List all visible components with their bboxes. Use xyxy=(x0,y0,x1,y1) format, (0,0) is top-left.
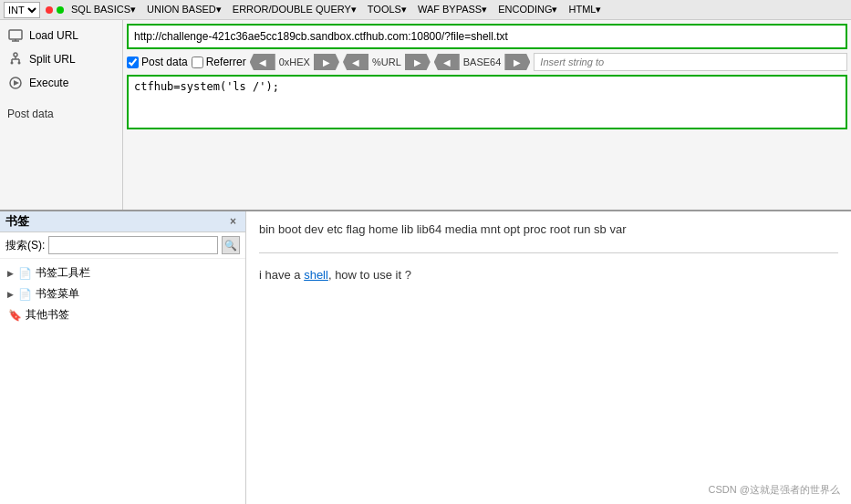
url-encode-label: %URL xyxy=(372,57,401,67)
base64-left-arrow-btn[interactable]: ◀ xyxy=(434,54,460,70)
split-url-item[interactable]: Split URL xyxy=(0,47,122,71)
menu-encoding[interactable]: ENCODING▾ xyxy=(493,2,563,17)
url-left-arrow-btn[interactable]: ◀ xyxy=(343,54,368,70)
post-data-textarea[interactable]: ctfhub=system('ls /'); xyxy=(127,75,847,129)
execute-item[interactable]: Execute xyxy=(0,71,122,95)
hex-left-arrow-btn[interactable]: ◀ xyxy=(250,54,275,70)
tool-content: Post data Referrer ◀ 0xHEX ▶ ◀ %URL ▶ ◀ … xyxy=(123,20,851,210)
menubar: INT SQL BASICS▾ UNION BASED▾ ERROR/DOUBL… xyxy=(0,0,851,20)
bookmark-other-label: 其他书签 xyxy=(26,307,69,323)
shell-message: i have a shell, how to use it ? xyxy=(259,266,838,285)
message-prefix: i have a xyxy=(259,268,304,282)
menu-union-based[interactable]: UNION BASED▾ xyxy=(141,2,227,17)
menu-tools[interactable]: TOOLS▾ xyxy=(362,2,412,17)
expand-arrow-icon: ▶ xyxy=(7,269,14,278)
bookmark-other-icon: 🔖 xyxy=(7,308,22,323)
search-label: 搜索(S): xyxy=(5,238,45,253)
bottom-area: 书签 × 搜索(S): 🔍 ▶ 📄 书签工具栏 ▶ 📄 书签菜单 🔖 其他书签 xyxy=(0,211,851,504)
load-url-label: Load URL xyxy=(29,29,78,42)
bookmark-tree: ▶ 📄 书签工具栏 ▶ 📄 书签菜单 🔖 其他书签 xyxy=(0,259,245,504)
watermark: CSDN @这就是强者的世界么 xyxy=(709,483,840,497)
bookmarks-panel: 书签 × 搜索(S): 🔍 ▶ 📄 书签工具栏 ▶ 📄 书签菜单 🔖 其他书签 xyxy=(0,211,246,504)
content-panel: bin boot dev etc flag home lib lib64 med… xyxy=(246,211,851,504)
int-select-group[interactable]: INT xyxy=(4,2,40,18)
search-row: 搜索(S): 🔍 xyxy=(0,232,245,259)
url-input-row xyxy=(127,24,847,49)
url-input[interactable] xyxy=(127,24,847,49)
hex-encode-label: 0xHEX xyxy=(279,57,310,67)
post-data-row: ctfhub=system('ls /'); xyxy=(127,75,847,129)
list-item[interactable]: 🔖 其他书签 xyxy=(0,304,245,325)
search-input[interactable] xyxy=(48,236,218,254)
bookmarks-close-btn[interactable]: × xyxy=(226,215,240,228)
int-select[interactable]: INT xyxy=(4,2,40,18)
menu-waf-bypass[interactable]: WAF BYPASS▾ xyxy=(412,2,493,17)
split-url-icon xyxy=(7,51,24,67)
menu-error-double-query[interactable]: ERROR/DOUBLE QUERY▾ xyxy=(227,2,362,17)
menu-html[interactable]: HTML▾ xyxy=(563,2,607,17)
list-item[interactable]: ▶ 📄 书签工具栏 xyxy=(0,262,245,283)
referrer-checkbox[interactable] xyxy=(192,57,203,68)
post-data-sidebar-label: Post data xyxy=(0,104,122,124)
tool-panel: Load URL Split URL xyxy=(0,20,851,211)
bookmark-toolbar-icon: 📄 xyxy=(17,266,32,281)
menu-sql-basics[interactable]: SQL BASICS▾ xyxy=(66,2,141,17)
bookmark-toolbar-label: 书签工具栏 xyxy=(36,265,90,281)
bookmarks-header: 书签 × xyxy=(0,211,245,232)
load-url-icon xyxy=(7,27,24,44)
svg-rect-0 xyxy=(9,30,22,39)
svg-point-9 xyxy=(18,62,21,65)
base64-right-arrow-btn[interactable]: ▶ xyxy=(504,54,530,70)
split-url-label: Split URL xyxy=(29,53,76,66)
svg-marker-11 xyxy=(14,80,19,86)
bookmark-menu-label: 书签菜单 xyxy=(36,286,79,302)
execute-icon xyxy=(7,75,24,91)
options-row: Post data Referrer ◀ 0xHEX ▶ ◀ %URL ▶ ◀ … xyxy=(127,53,847,71)
url-right-arrow-btn[interactable]: ▶ xyxy=(405,54,431,70)
bookmarks-title: 书签 xyxy=(5,213,29,230)
post-data-option-label: Post data xyxy=(141,56,188,68)
post-data-checkbox[interactable] xyxy=(127,57,139,68)
svg-point-3 xyxy=(14,53,17,57)
insert-string-input[interactable] xyxy=(534,53,847,71)
green-dot-icon xyxy=(57,6,64,14)
hex-right-arrow-btn[interactable]: ▶ xyxy=(314,54,339,70)
directory-listing: bin boot dev etc flag home lib lib64 med… xyxy=(259,221,838,240)
red-dot-icon xyxy=(46,6,53,14)
execute-label: Execute xyxy=(29,77,68,89)
list-item[interactable]: ▶ 📄 书签菜单 xyxy=(0,283,245,304)
content-divider xyxy=(259,252,838,253)
tool-sidebar: Load URL Split URL xyxy=(0,20,123,210)
svg-point-8 xyxy=(11,62,14,65)
post-data-checkbox-label[interactable]: Post data xyxy=(127,56,188,68)
base64-encode-label: BASE64 xyxy=(463,57,502,67)
referrer-checkbox-label[interactable]: Referrer xyxy=(192,56,246,68)
bookmark-menu-icon: 📄 xyxy=(17,287,32,302)
search-btn[interactable]: 🔍 xyxy=(222,236,240,254)
expand-arrow-icon: ▶ xyxy=(7,290,14,299)
load-url-item[interactable]: Load URL xyxy=(0,24,122,47)
referrer-option-label: Referrer xyxy=(206,56,246,68)
message-suffix: , how to use it ? xyxy=(328,268,411,282)
shell-link[interactable]: shell xyxy=(304,268,328,282)
